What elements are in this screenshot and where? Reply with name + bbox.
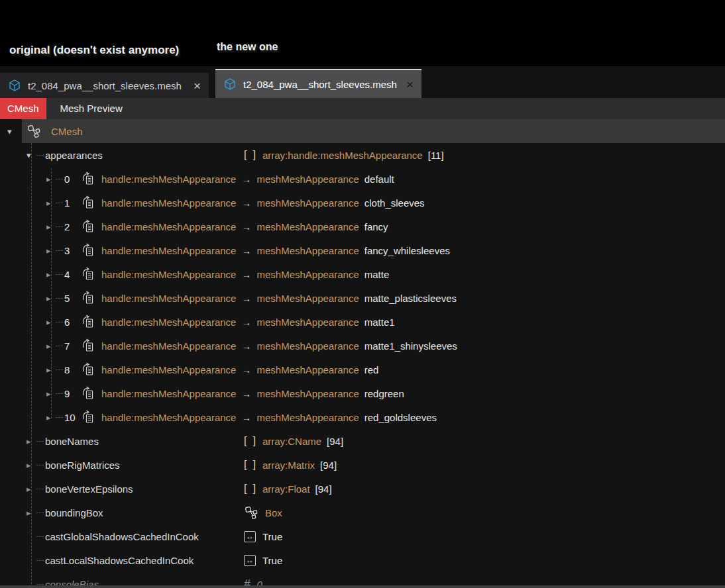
appearance-row[interactable]: ▸ 2 handle:meshMeshAppearance → meshMesh… — [0, 215, 725, 238]
tree-branch-line — [56, 179, 63, 179]
expand-arrow-icon[interactable]: ▸ — [46, 342, 51, 350]
expand-arrow-icon[interactable]: ▸ — [46, 222, 51, 231]
close-icon[interactable]: × — [406, 78, 414, 91]
bool-icon: ↔ — [244, 555, 256, 566]
appearance-row[interactable]: ▸ 3 handle:meshMeshAppearance → meshMesh… — [0, 238, 725, 262]
target-type: meshMeshAppearance — [256, 317, 359, 328]
target-type: meshMeshAppearance — [256, 364, 359, 375]
handle-ref-icon — [82, 267, 96, 281]
appearance-row[interactable]: ▸ 6 handle:meshMeshAppearance → meshMesh… — [0, 310, 725, 334]
file-tab-original[interactable]: t2_084_pwa__short_sleeves.mesh × — [0, 73, 209, 98]
tree-branch-line — [36, 155, 44, 156]
appearance-name: red_goldsleeves — [364, 412, 437, 423]
tree-row-property[interactable]: consoleBias # 0 — [0, 572, 725, 585]
class-icon — [27, 124, 41, 140]
appearance-row[interactable]: ▸ 4 handle:meshMeshAppearance → meshMesh… — [0, 262, 725, 286]
value-type: Box — [265, 507, 282, 518]
appearance-name: cloth_sleeves — [364, 197, 425, 209]
tree-branch-line — [56, 417, 63, 418]
appearance-name: red — [364, 364, 379, 375]
tree-branch-line — [36, 465, 44, 466]
array-count: [94] — [327, 436, 343, 447]
value-text: True — [262, 555, 282, 566]
arrow-glyph: → — [241, 317, 251, 328]
close-icon[interactable]: × — [194, 79, 201, 92]
tree-row-root[interactable]: ▾ CMesh — [0, 119, 725, 143]
array-brackets-icon: [] — [244, 459, 256, 471]
tree-row-property[interactable]: castLocalShadowsCachedInCook ↔ True — [0, 548, 725, 572]
property-value: ↔ True — [244, 531, 282, 542]
tab-cmesh[interactable]: CMesh — [0, 98, 46, 119]
appearance-row[interactable]: ▸ 8 handle:meshMeshAppearance → meshMesh… — [0, 358, 725, 381]
handle-type: handle:meshMeshAppearance — [101, 317, 236, 328]
handle-ref-icon — [82, 195, 96, 210]
document-tab-strip: CMesh Mesh Preview — [0, 98, 725, 119]
expand-arrow-icon[interactable]: ▸ — [46, 366, 51, 374]
arrow-glyph: → — [241, 364, 251, 375]
value-type: array:Matrix — [262, 460, 315, 471]
expand-arrow-icon[interactable]: ▸ — [27, 437, 31, 446]
appearance-index: 6 — [64, 317, 82, 328]
appearance-name: matte1_shinysleeves — [364, 340, 457, 352]
appearance-row[interactable]: ▸ 1 handle:meshMeshAppearance → meshMesh… — [0, 191, 725, 215]
bool-icon: ↔ — [244, 531, 256, 542]
appearance-list: ▸ 0 handle:meshMeshAppearance → meshMesh… — [0, 167, 725, 429]
target-type: meshMeshAppearance — [256, 245, 359, 256]
appearance-row[interactable]: ▸ 9 handle:meshMeshAppearance → meshMesh… — [0, 381, 725, 405]
number-icon: # — [244, 577, 250, 585]
expand-arrow-icon[interactable]: ▸ — [27, 461, 31, 469]
expand-arrow-icon[interactable]: ▸ — [46, 175, 51, 183]
tree-row-property[interactable]: ▸ boneNames [] array:CName [94] — [0, 429, 725, 453]
file-tab-bar: t2_084_pwa__short_sleeves.mesh × t2_084_… — [0, 66, 725, 98]
property-label: castGlobalShadowsCachedInCook — [45, 531, 199, 542]
tree-branch-line — [56, 250, 63, 251]
appearance-name: default — [364, 173, 394, 185]
target-type: meshMeshAppearance — [256, 269, 359, 280]
tree-row-property[interactable]: ▸ boneVertexEpsilons [] array:Float [94] — [0, 477, 725, 501]
tab-mesh-preview[interactable]: Mesh Preview — [53, 98, 130, 119]
handle-type: handle:meshMeshAppearance — [101, 221, 236, 232]
tree-branch-line — [36, 489, 44, 489]
expand-arrow-icon[interactable]: ▸ — [46, 199, 51, 207]
appearance-row[interactable]: ▸ 10 handle:meshMeshAppearance → meshMes… — [0, 405, 725, 429]
tree-row-property[interactable]: castGlobalShadowsCachedInCook ↔ True — [0, 524, 725, 548]
annotation-new: the new one — [217, 41, 278, 53]
root-class-name: CMesh — [51, 126, 83, 137]
handle-type: handle:meshMeshAppearance — [101, 364, 236, 375]
expand-arrow-icon[interactable]: ▸ — [46, 270, 51, 279]
tree-row-property[interactable]: ▸ boundingBox Box — [0, 501, 725, 524]
property-label: consoleBias — [45, 579, 99, 586]
property-value: [] array:Matrix [94] — [244, 459, 337, 471]
appearance-index: 3 — [64, 245, 82, 256]
appearance-row[interactable]: ▸ 5 handle:meshMeshAppearance → meshMesh… — [0, 286, 725, 310]
tree-branch-line — [36, 441, 44, 442]
expand-arrow-icon[interactable]: ▸ — [46, 294, 51, 303]
file-tab-new[interactable]: t2_084_pwa__short_sleeves.mesh × — [215, 69, 421, 98]
expand-arrow-icon[interactable]: ▸ — [27, 509, 31, 517]
property-label: castLocalShadowsCachedInCook — [45, 555, 194, 566]
expand-arrow-icon[interactable]: ▾ — [7, 127, 12, 136]
tree-row-property[interactable]: ▸ boneRigMatrices [] array:Matrix [94] — [0, 453, 725, 477]
expand-arrow-icon[interactable]: ▾ — [27, 151, 31, 160]
handle-ref-icon — [82, 386, 96, 401]
expand-arrow-icon[interactable]: ▸ — [46, 318, 51, 326]
appearance-row[interactable]: ▸ 0 handle:meshMeshAppearance → meshMesh… — [0, 167, 725, 191]
arrow-glyph: → — [241, 221, 251, 232]
tree-branch-line — [36, 584, 44, 585]
appearance-name: redgreen — [364, 388, 404, 399]
appearance-index: 0 — [64, 173, 82, 185]
property-label: boundingBox — [45, 507, 103, 518]
expand-arrow-icon[interactable]: ▸ — [27, 485, 31, 493]
appearance-index: 1 — [64, 197, 82, 209]
property-value: [] array:handle:meshMeshAppearance [11] — [244, 149, 444, 161]
expand-arrow-icon[interactable]: ▸ — [46, 389, 51, 398]
tree-row-appearances[interactable]: ▾ appearances [] array:handle:meshMeshAp… — [0, 143, 725, 167]
expand-arrow-icon[interactable]: ▸ — [46, 246, 51, 255]
horizontal-scrollbar[interactable] — [0, 585, 725, 588]
handle-ref-icon — [82, 315, 96, 329]
appearance-row[interactable]: ▸ 7 handle:meshMeshAppearance → meshMesh… — [0, 334, 725, 358]
handle-type: handle:meshMeshAppearance — [101, 412, 236, 423]
array-brackets-icon: [] — [244, 435, 256, 447]
tree-branch-line — [36, 560, 44, 561]
expand-arrow-icon[interactable]: ▸ — [46, 413, 51, 422]
